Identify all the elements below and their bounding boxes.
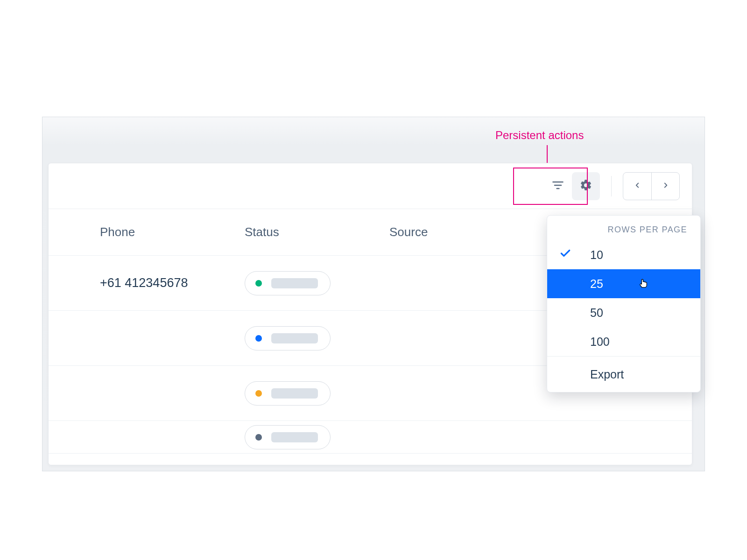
status-pill [245, 326, 331, 350]
status-dot-icon [255, 335, 262, 342]
status-pill [245, 271, 331, 295]
option-label: 10 [590, 248, 603, 262]
page-next-button[interactable] [651, 173, 679, 200]
settings-popover: ROWS PER PAGE 10 25 50 100 Export [547, 215, 701, 392]
check-icon [559, 247, 571, 262]
table-toolbar [49, 163, 692, 209]
rows-per-page-option-25[interactable]: 25 [547, 269, 700, 298]
table-row[interactable] [49, 421, 692, 454]
skeleton-placeholder [271, 432, 318, 442]
persistent-actions-group [544, 172, 600, 200]
pagination-group [623, 172, 680, 200]
rows-per-page-option-100[interactable]: 100 [547, 327, 700, 356]
filter-icon [551, 179, 564, 194]
gear-icon [579, 179, 592, 194]
skeleton-placeholder [271, 333, 318, 343]
export-action[interactable]: Export [547, 357, 700, 392]
settings-button[interactable] [572, 172, 600, 200]
option-label: 100 [590, 335, 610, 349]
chevron-left-icon [633, 181, 641, 191]
column-header-source[interactable]: Source [389, 225, 534, 239]
pointer-cursor-icon [638, 276, 650, 291]
column-header-phone[interactable]: Phone [100, 225, 245, 239]
annotation-label: Persistent actions [495, 129, 584, 142]
status-pill [245, 381, 331, 406]
example-frame: Persistent actions [42, 117, 705, 471]
rows-per-page-option-10[interactable]: 10 [547, 240, 700, 269]
chevron-right-icon [662, 181, 670, 191]
skeleton-placeholder [271, 388, 318, 399]
status-dot-icon [255, 280, 262, 287]
rows-per-page-option-50[interactable]: 50 [547, 298, 700, 327]
export-label: Export [590, 368, 624, 381]
filter-button[interactable] [544, 172, 572, 200]
skeleton-placeholder [271, 278, 318, 288]
status-dot-icon [255, 434, 262, 441]
cell-phone: +61 412345678 [100, 276, 188, 290]
page-prev-button[interactable] [623, 173, 651, 200]
status-dot-icon [255, 390, 262, 397]
option-label: 25 [590, 277, 603, 291]
popover-header: ROWS PER PAGE [547, 216, 700, 240]
toolbar-separator [611, 176, 612, 196]
status-pill [245, 425, 331, 449]
option-label: 50 [590, 306, 603, 320]
column-header-status[interactable]: Status [245, 225, 389, 239]
